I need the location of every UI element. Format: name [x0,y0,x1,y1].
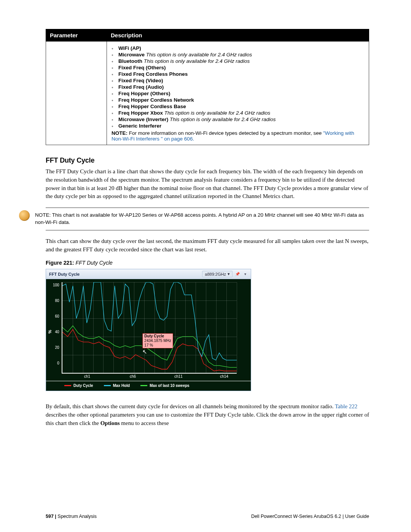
tooltip-value: 17 % [144,343,153,347]
page-footer: 597 | Spectrum Analysis Dell PowerConnec… [46,514,369,519]
device-type-list: WiFi (AP)Microwave This option is only a… [112,45,364,129]
note-block-text: NOTE: This chart is not available for W-… [35,210,369,228]
list-item: Bluetooth This option is only available … [118,58,364,64]
note-icon [19,210,30,221]
chart-title: FFT Duty Cycle [49,272,202,276]
chart-titlebar: FFT Duty Cycle a889:2GHz ▾ 📌 ▾ [46,269,251,279]
fft-duty-cycle-chart: FFT Duty Cycle a889:2GHz ▾ 📌 ▾ % 1008060… [46,269,251,391]
page-number: 597 | [46,514,56,519]
list-item: WiFi (AP) [118,45,364,51]
chart-menu-dropdown-icon[interactable]: ▾ [242,272,248,277]
note-prefix: NOTE: [112,130,127,136]
y-axis-ticks: 100806040200 [53,282,62,374]
legend-item: Max Hold [104,383,130,388]
cursor-icon: ↖ [142,348,147,355]
list-item: Freq Hopper Cordless Network [118,97,364,103]
list-item: Fixed Freq (Others) [118,65,364,70]
list-item: Fixed Freq (Audio) [118,84,364,90]
note-text: For more information on non-Wi-Fi device… [129,130,322,136]
p3-text-a: By default, this chart shows the current… [46,403,335,409]
desc-cell: WiFi (AP)Microwave This option is only a… [107,42,369,145]
list-item: Freq Hopper Xbox This option is only ava… [118,110,364,116]
body-paragraph-3: By default, this chart shows the current… [46,403,369,427]
options-menu-word: Options [100,420,120,426]
figure-number: Figure 221: [46,260,74,266]
section-title-fft-duty-cycle: FFT Duty Cycle [46,157,369,165]
figure-caption: Figure 221: FFT Duty Cycle [46,260,369,266]
table-note: NOTE: For more information on non-Wi-Fi … [112,130,364,142]
chart-body: % 100806040200 Duty Cycle 2434.1875 MHz … [46,279,251,374]
figure-title: FFT Duty Cycle [76,260,113,266]
chevron-down-icon: ▾ [228,272,230,276]
parameter-description-table: Parameter Description WiFi (AP)Microwave… [46,29,369,145]
col-parameter: Parameter [46,29,107,42]
list-item: Microwave (Inverter) This option is only… [118,117,364,122]
body-paragraph-2: This chart can show the duty cycle over … [46,237,369,254]
chart-legend: Duty CycleMax HoldMax of last 10 sweeps [46,381,251,391]
p3-text-b: describes the other optional parameters … [46,412,369,426]
list-item: Freq Hopper (Others) [118,91,364,96]
legend-item: Duty Cycle [64,383,93,388]
param-cell-empty [46,42,107,145]
list-item: Microwave This option is only available … [118,52,364,58]
chart-tooltip: Duty Cycle 2434.1875 MHz 17 % [142,333,173,348]
chart-plot-area[interactable]: Duty Cycle 2434.1875 MHz 17 % ↖ [62,282,237,374]
footer-right: Dell PowerConnect W-Series ArubaOS 6.2 |… [251,514,369,519]
footer-left: 597 | Spectrum Analysis [46,514,97,519]
p3-text-c: menu to access these [120,420,169,426]
y-axis-label: % [48,282,53,374]
legend-item: Max of last 10 sweeps [140,383,190,388]
radio-selector-dropdown[interactable]: a889:2GHz ▾ [202,271,233,277]
table-222-link[interactable]: Table 222 [335,403,357,409]
body-paragraph-1: The FFT Duty Cycle chart is a line chart… [46,168,369,201]
note-block: NOTE: This chart is not available for W-… [46,208,369,230]
tooltip-freq: 2434.1875 MHz [144,339,171,343]
list-item: Freq Hopper Cordless Base [118,104,364,109]
tooltip-title: Duty Cycle [144,334,164,338]
radio-selector-value: a889:2GHz [205,272,226,276]
pin-icon[interactable]: 📌 [235,272,240,277]
list-item: Generic Interferer [118,123,364,129]
x-axis-ticks: ch1ch6ch11ch14 [46,374,251,381]
list-item: Fixed Freq (Video) [118,78,364,83]
footer-section-name: Spectrum Analysis [56,514,97,519]
list-item: Fixed Freq Cordless Phones [118,71,364,77]
col-description: Description [107,29,369,42]
